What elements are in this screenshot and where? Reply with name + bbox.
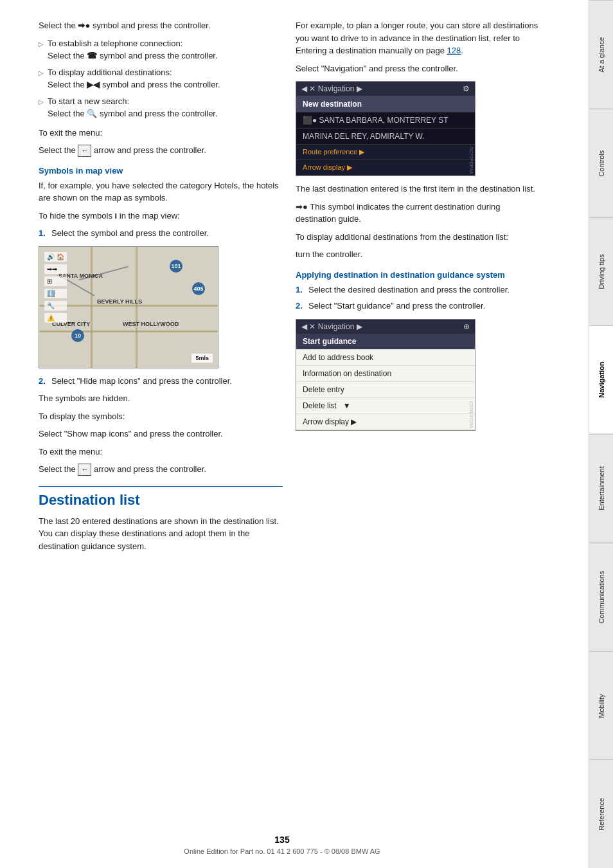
- exit-menu-text: Select the ← arrow and press the control…: [39, 144, 283, 157]
- ns2-title: ◀ ✕ Navigation ▶: [301, 322, 362, 331]
- map-badge-10: 10: [71, 329, 84, 342]
- sidebar-tab-mobility[interactable]: Mobility: [589, 651, 613, 760]
- ns2-row-arrow-display2: Arrow display ▶: [296, 414, 475, 430]
- sidebar: At a glance Controls Driving tips Naviga…: [589, 0, 613, 868]
- map-display: SANTA MONICA BEVERLY HILLS CULVER CITY W…: [39, 246, 218, 368]
- nav-screen-1: ◀ ✕ Navigation ▶ ⚙ New destination ⬛● SA…: [296, 81, 475, 176]
- screen-watermark-1: GCF2RDEAA: [469, 147, 474, 174]
- nav-row-marina-del-rey: MARINA DEL REY, ADMIRALTY W.: [296, 129, 475, 145]
- sidebar-tab-reference[interactable]: Reference: [589, 759, 613, 868]
- bullet-item-2: ▷ To display additional destinations:Sel…: [39, 66, 283, 91]
- symbols-para1: If, for example, you have selected the c…: [39, 179, 283, 204]
- map-label-west-hollywood: WEST HOLLYWOOD: [123, 321, 179, 327]
- sidebar-tab-entertainment[interactable]: Entertainment: [589, 434, 613, 543]
- symbols-step-1: 1. Select the symbol and press the contr…: [39, 227, 283, 240]
- sidebar-tab-at-a-glance[interactable]: At a glance: [589, 0, 613, 109]
- applying-step-2: 2. Select "Start guidance" and press the…: [296, 300, 540, 312]
- nav-row-santa-barbara: ⬛● SANTA BARBARA, MONTERREY ST: [296, 113, 475, 129]
- display-additional-detail: turn the controller.: [296, 248, 540, 261]
- ns2-row-info-dest: Information on destination: [296, 366, 475, 382]
- screen-watermark-2: C576L87D6A: [469, 401, 474, 428]
- display-symbols-text: Select "Show map icons" and press the co…: [39, 428, 283, 440]
- exit-menu2-text: Select the ← arrow and press the control…: [39, 463, 283, 476]
- bullet-list: ▷ To establish a telephone connection:Se…: [39, 37, 283, 120]
- display-additional-text: To display additional destinations from …: [296, 231, 540, 244]
- map-badge-101: 101: [170, 260, 182, 273]
- bullet-arrow-2: ▷: [39, 68, 44, 91]
- page-footer: 135 Online Edition for Part no. 01 41 2 …: [0, 835, 564, 855]
- display-symbols-label: To display the symbols:: [39, 410, 283, 423]
- map-scale: 5mls: [191, 354, 213, 363]
- bullet-item-1: ▷ To establish a telephone connection:Se…: [39, 37, 283, 62]
- nav-row-route-pref: Route preference ▶: [296, 145, 475, 160]
- applying-heading: Applying destination in destination guid…: [296, 270, 540, 280]
- sidebar-tab-navigation[interactable]: Navigation: [589, 325, 613, 434]
- destination-section-title: Destination list: [39, 486, 283, 509]
- page-number: 135: [0, 835, 564, 845]
- nav-settings-icon: ⚙: [463, 84, 470, 93]
- step-2: 2. Select "Hide map icons" and press the…: [39, 375, 283, 388]
- step2-list: 2. Select "Hide map icons" and press the…: [39, 375, 283, 388]
- sidebar-tab-controls[interactable]: Controls: [589, 109, 613, 217]
- exit-menu2-label: To exit the menu:: [39, 446, 283, 458]
- nav-screen-2: ◀ ✕ Navigation ▶ ⊕ Start guidance Add to…: [296, 319, 475, 431]
- ns2-row-start-guidance: Start guidance: [296, 334, 475, 350]
- sidebar-tab-driving-tips[interactable]: Driving tips: [589, 217, 613, 326]
- symbols-heading: Symbols in map view: [39, 166, 283, 176]
- symbols-para2: To hide the symbols i in the map view:: [39, 210, 283, 222]
- last-dest-text: The last destination entered is the firs…: [296, 183, 540, 195]
- symbol-desc: ➡● This symbol indicates the current des…: [296, 201, 540, 226]
- symbols-hidden: The symbols are hidden.: [39, 392, 283, 405]
- page-ref-link[interactable]: 128: [447, 46, 461, 55]
- bullet-arrow-1: ▷: [39, 39, 44, 62]
- copyright-text: Online Edition for Part no. 01 41 2 600 …: [0, 847, 564, 855]
- ns2-icon: ⊕: [463, 322, 470, 331]
- symbols-steps: 1. Select the symbol and press the contr…: [39, 227, 283, 240]
- map-badge-405: 405: [192, 282, 205, 295]
- right-select-nav: Select "Navigation" and press the contro…: [296, 62, 540, 75]
- right-intro-para: For example, to plan a longer route, you…: [296, 19, 540, 57]
- intro-text: Select the ➡● symbol and press the contr…: [39, 19, 283, 32]
- bullet-arrow-3: ▷: [39, 97, 44, 120]
- ns2-row-delete-entry: Delete entry: [296, 382, 475, 398]
- nav-header-1: ◀ ✕ Navigation ▶ ⚙: [296, 82, 475, 96]
- bullet-item-3: ▷ To start a new search:Select the 🔍 sym…: [39, 95, 283, 120]
- exit-menu-label: To exit the menu:: [39, 127, 283, 140]
- nav-title-1: ◀ ✕ Navigation ▶: [301, 84, 362, 93]
- destination-para: The last 20 entered destinations are sho…: [39, 515, 283, 553]
- applying-step-1: 1. Select the desired destination and pr…: [296, 284, 540, 296]
- ns2-header: ◀ ✕ Navigation ▶ ⊕: [296, 320, 475, 334]
- sidebar-tab-communications[interactable]: Communications: [589, 543, 613, 651]
- ns2-row-add-address: Add to address book: [296, 350, 475, 366]
- applying-steps: 1. Select the desired destination and pr…: [296, 284, 540, 312]
- nav-row-new-dest: New destination: [296, 96, 475, 113]
- nav-row-arrow-display: Arrow display ▶: [296, 160, 475, 176]
- map-icons-panel: 🔊 🏠 ➡➡ ⊞ ℹ️ 🔧 ⚠️: [44, 252, 67, 323]
- map-label-beverly-hills: BEVERLY HILLS: [97, 298, 142, 305]
- ns2-row-delete-list: Delete list ▼: [296, 398, 475, 414]
